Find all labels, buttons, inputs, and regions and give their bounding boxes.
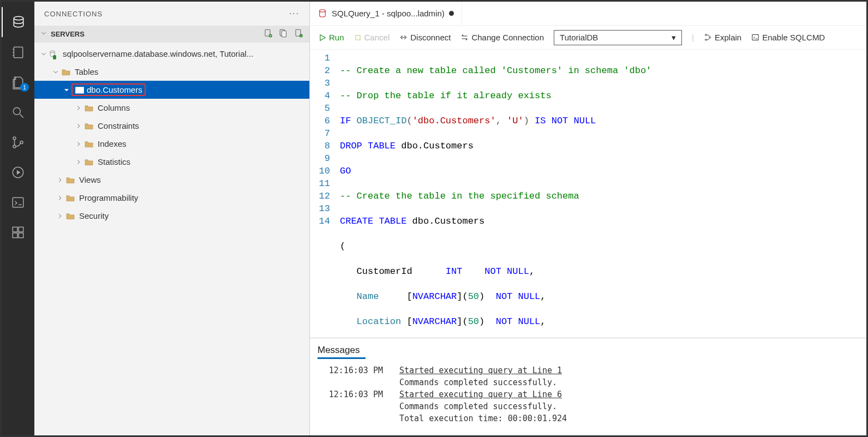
database-select[interactable]: TutorialDB ▾ <box>554 30 682 45</box>
editor-area: SQLQuery_1 - sqlpoo...ladmin) Run Cancel… <box>310 2 866 435</box>
enable-sqlcmd-button[interactable]: Enable SQLCMD <box>751 33 825 42</box>
query-toolbar: Run Cancel Disconnect Change Connection … <box>310 26 866 50</box>
svg-point-22 <box>705 34 707 36</box>
code-content[interactable]: -- Create a new table called 'Customers'… <box>340 50 651 338</box>
run-button[interactable]: Run <box>319 33 344 42</box>
tree-programmability-node[interactable]: Programmability <box>34 189 309 207</box>
explorer-badge: 1 <box>20 83 29 92</box>
tree-dbo-customers-node[interactable]: dbo.Customers <box>34 81 309 99</box>
svg-rect-8 <box>13 227 17 232</box>
svg-point-24 <box>709 37 711 38</box>
line-numbers: 1234567891011121314 <box>310 50 340 338</box>
message-timestamp: 12:16:03 PM <box>318 364 383 388</box>
new-group-icon[interactable] <box>279 28 289 40</box>
svg-rect-19 <box>76 87 84 93</box>
svg-rect-9 <box>13 233 17 238</box>
svg-point-0 <box>14 16 23 20</box>
dirty-indicator-icon <box>449 11 454 16</box>
svg-point-20 <box>320 9 326 12</box>
activity-notebook-icon[interactable] <box>2 37 34 67</box>
svg-rect-15 <box>282 31 286 37</box>
refresh-icon[interactable] <box>294 28 304 40</box>
explain-button[interactable]: Explain <box>704 33 741 42</box>
tree-constraints-node[interactable]: Constraints <box>34 117 309 135</box>
activity-bar: 1 <box>2 2 34 435</box>
svg-rect-11 <box>19 227 23 232</box>
tree-columns-node[interactable]: Columns <box>34 99 309 117</box>
code-editor[interactable]: 1234567891011121314 -- Create a new tabl… <box>310 50 866 338</box>
activity-extensions-icon[interactable] <box>2 217 34 247</box>
svg-rect-21 <box>355 35 360 39</box>
editor-tabs: SQLQuery_1 - sqlpoo...ladmin) <box>310 2 866 26</box>
activity-search-icon[interactable] <box>2 97 34 127</box>
svg-point-18 <box>50 51 55 53</box>
svg-rect-25 <box>752 35 758 40</box>
activity-connections-icon[interactable] <box>2 7 34 37</box>
svg-rect-7 <box>13 197 23 207</box>
new-connection-icon[interactable] <box>264 28 273 40</box>
svg-point-23 <box>705 39 707 41</box>
tree-tables-node[interactable]: Tables <box>34 63 309 81</box>
activity-debug-icon[interactable] <box>2 157 34 187</box>
svg-rect-10 <box>19 233 23 238</box>
activity-sourcecontrol-icon[interactable] <box>2 127 34 157</box>
panel-title: CONNECTIONS <box>44 10 103 18</box>
tree-security-node[interactable]: Security <box>34 207 309 225</box>
svg-point-4 <box>13 145 16 148</box>
message-text: Started executing query at Line 1 Comman… <box>399 364 859 388</box>
message-timestamp: 12:16:03 PM <box>318 388 383 424</box>
servers-header[interactable]: SERVERS <box>34 26 309 43</box>
tab-sqlquery1[interactable]: SQLQuery_1 - sqlpoo...ladmin) <box>310 2 462 25</box>
messages-panel: Messages 12:16:03 PM Started executing q… <box>310 338 866 435</box>
tree-statistics-node[interactable]: Statistics <box>34 153 309 171</box>
cancel-button[interactable]: Cancel <box>354 33 390 42</box>
messages-tab[interactable]: Messages <box>318 343 859 357</box>
message-text: Started executing query at Line 6 Comman… <box>399 388 859 424</box>
server-tree: sqlpoolservername.database.windows.net, … <box>34 43 309 435</box>
svg-rect-1 <box>14 47 22 58</box>
chevron-down-icon: ▾ <box>672 33 676 43</box>
disconnect-button[interactable]: Disconnect <box>399 33 451 42</box>
svg-point-2 <box>13 107 20 115</box>
activity-explorer-icon[interactable]: 1 <box>2 67 34 97</box>
svg-point-3 <box>13 136 16 139</box>
tree-server-node[interactable]: sqlpoolservername.database.windows.net, … <box>34 45 309 63</box>
svg-point-17 <box>300 34 303 38</box>
panel-more-icon[interactable]: ··· <box>289 9 300 19</box>
connections-panel: CONNECTIONS ··· SERVERS sqlpoolservernam… <box>34 2 310 435</box>
activity-terminal-icon[interactable] <box>2 187 34 217</box>
tree-views-node[interactable]: Views <box>34 171 309 189</box>
tree-indexes-node[interactable]: Indexes <box>34 135 309 153</box>
change-connection-button[interactable]: Change Connection <box>460 33 544 42</box>
